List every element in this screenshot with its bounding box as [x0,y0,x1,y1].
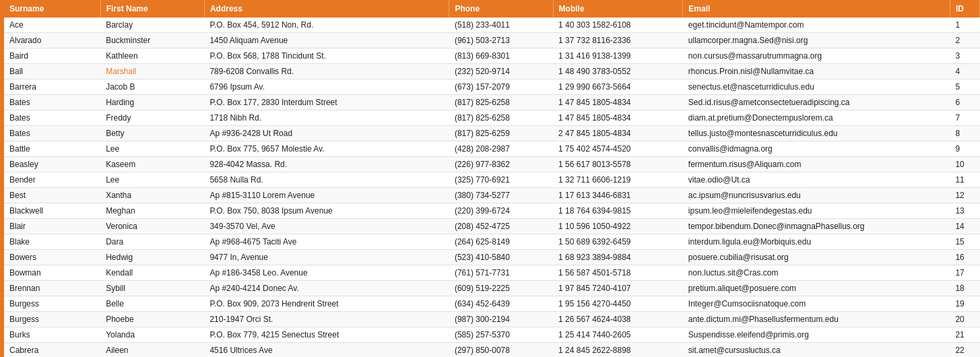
cell-id: 9 [950,141,979,157]
cell-address: Ap #186-3458 Leo. Avenue [204,265,449,281]
cell-email: tellus.justo@montesnasceturridiculus.edu [683,126,950,141]
cell-id: 16 [950,250,979,265]
cell-email: pretium.aliquet@posuere.com [683,281,950,296]
cell-mobile: 1 37 732 8116-2336 [553,33,683,48]
table-row[interactable]: BlairVeronica349-3570 Vel, Ave(208) 452-… [4,219,980,234]
cell-mobile: 1 68 923 3894-9884 [553,250,683,265]
table-row[interactable]: BlackwellMeghanP.O. Box 750, 8038 Ipsum … [4,203,980,219]
cell-mobile: 1 24 845 2622-8898 [553,343,683,358]
table-body: AceBarclayP.O. Box 454, 5912 Non, Rd.(51… [4,18,980,357]
table-row[interactable]: BurksYolandaP.O. Box 779, 4215 Senectus … [4,327,980,343]
table-row[interactable]: BestXanthaAp #815-3110 Lorem Avenue(380)… [4,188,980,203]
table-row[interactable]: AlvaradoBuckminster1450 Aliquam Avenue(9… [4,33,980,48]
cell-mobile: 1 40 303 1582-6108 [553,18,683,33]
cell-mobile: 1 56 617 8013-5578 [553,157,683,172]
table-row[interactable]: BrennanSybillAp #240-4214 Donec Av.(609)… [4,281,980,296]
cell-surname: Barrera [4,79,100,95]
cell-address: P.O. Box 177, 2830 Interdum Street [204,95,449,110]
table-row[interactable]: BowersHedwig9477 In, Avenue(523) 410-584… [4,250,980,265]
cell-email: Integer@Cumsociisnatoque.com [683,296,950,312]
cell-mobile: 1 97 845 7240-4107 [553,281,683,296]
table-row[interactable]: BarreraJacob B6796 Ipsum Av.(673) 157-20… [4,79,980,95]
cell-surname: Blake [4,234,100,250]
cell-surname: Bowers [4,250,100,265]
data-table: Surname First Name Address Phone Mobile … [4,0,980,357]
col-header-surname[interactable]: Surname [4,0,100,18]
table-row[interactable]: BeasleyKaseem928-4042 Massa. Rd.(226) 97… [4,157,980,172]
table-header: Surname First Name Address Phone Mobile … [4,0,980,18]
cell-surname: Burks [4,327,100,343]
cell-mobile: 1 29 990 6673-5664 [553,79,683,95]
cell-phone: (380) 734-5277 [449,188,553,203]
cell-mobile: 1 95 156 4270-4450 [553,296,683,312]
col-header-phone[interactable]: Phone [449,0,553,18]
cell-phone: (961) 503-2713 [449,33,553,48]
table-row[interactable]: BatesFreddy1718 Nibh Rd.(817) 825-62581 … [4,110,980,126]
cell-address: Ap #815-3110 Lorem Avenue [204,188,449,203]
cell-surname: Ball [4,64,100,79]
cell-mobile: 1 10 596 1050-4922 [553,219,683,234]
cell-surname: Blackwell [4,203,100,219]
cell-address: P.O. Box 779, 4215 Senectus Street [204,327,449,343]
cell-mobile: 2 47 845 1805-4834 [553,126,683,141]
table-row[interactable]: CabreraAileen4516 Ultrices Ave(297) 850-… [4,343,980,358]
table-row[interactable]: AceBarclayP.O. Box 454, 5912 Non, Rd.(51… [4,18,980,33]
cell-id: 7 [950,110,979,126]
table-row[interactable]: BatesBettyAp #936-2428 Ut Road(817) 825-… [4,126,980,141]
table-row[interactable]: BlakeDaraAp #968-4675 Taciti Ave(264) 62… [4,234,980,250]
cell-firstname: Lee [100,141,204,157]
col-header-email[interactable]: Email [683,0,950,18]
cell-address: P.O. Box 909, 2073 Hendrerit Street [204,296,449,312]
cell-address: 1718 Nibh Rd. [204,110,449,126]
table-row[interactable]: BowmanKendallAp #186-3458 Leo. Avenue(76… [4,265,980,281]
cell-mobile: 1 32 711 6606-1219 [553,172,683,188]
table-row[interactable]: BattleLeeP.O. Box 775, 9657 Molestie Av.… [4,141,980,157]
cell-firstname: Marshall [100,64,204,79]
cell-id: 6 [950,95,979,110]
cell-address: P.O. Box 750, 8038 Ipsum Avenue [204,203,449,219]
cell-firstname: Phoebe [100,312,204,327]
cell-email: non.luctus.sit@Cras.com [683,265,950,281]
cell-address: 4516 Ultrices Ave [204,343,449,358]
table-row[interactable]: BatesHardingP.O. Box 177, 2830 Interdum … [4,95,980,110]
cell-firstname: Freddy [100,110,204,126]
cell-phone: (817) 825-6258 [449,95,553,110]
cell-surname: Bender [4,172,100,188]
cell-firstname: Kathleen [100,48,204,64]
cell-email: ante.dictum.mi@Phasellusfermentum.edu [683,312,950,327]
cell-id: 2 [950,33,979,48]
cell-id: 14 [950,219,979,234]
cell-phone: (585) 257-5370 [449,327,553,343]
cell-email: interdum.ligula.eu@Morbiquis.edu [683,234,950,250]
cell-phone: (428) 208-2987 [449,141,553,157]
cell-address: 1450 Aliquam Avenue [204,33,449,48]
col-header-address[interactable]: Address [204,0,449,18]
col-header-id[interactable]: ID [950,0,979,18]
table-row[interactable]: BurgessBelleP.O. Box 909, 2073 Hendrerit… [4,296,980,312]
cell-firstname: Jacob B [100,79,204,95]
cell-mobile: 1 25 414 7440-2605 [553,327,683,343]
cell-id: 17 [950,265,979,281]
table-row[interactable]: BallMarshall789-6208 Convallis Rd.(232) … [4,64,980,79]
cell-surname: Bowman [4,265,100,281]
cell-id: 10 [950,157,979,172]
cell-firstname: Aileen [100,343,204,358]
cell-phone: (264) 625-8149 [449,234,553,250]
table-row[interactable]: BenderLee5658 Nulla Rd.(325) 770-69211 3… [4,172,980,188]
cell-firstname: Lee [100,172,204,188]
table-row[interactable]: BairdKathleenP.O. Box 568, 1788 Tincidun… [4,48,980,64]
col-header-firstname[interactable]: First Name [100,0,204,18]
cell-firstname: Harding [100,95,204,110]
cell-surname: Brennan [4,281,100,296]
cell-id: 1 [950,18,979,33]
cell-phone: (297) 850-0078 [449,343,553,358]
cell-firstname: Buckminster [100,33,204,48]
col-header-mobile[interactable]: Mobile [553,0,683,18]
cell-mobile: 1 50 689 6392-6459 [553,234,683,250]
table-row[interactable]: BurgessPhoebe210-1947 Orci St.(987) 300-… [4,312,980,327]
cell-address: 9477 In, Avenue [204,250,449,265]
cell-phone: (987) 300-2194 [449,312,553,327]
cell-id: 20 [950,312,979,327]
cell-address: Ap #936-2428 Ut Road [204,126,449,141]
cell-address: 5658 Nulla Rd. [204,172,449,188]
